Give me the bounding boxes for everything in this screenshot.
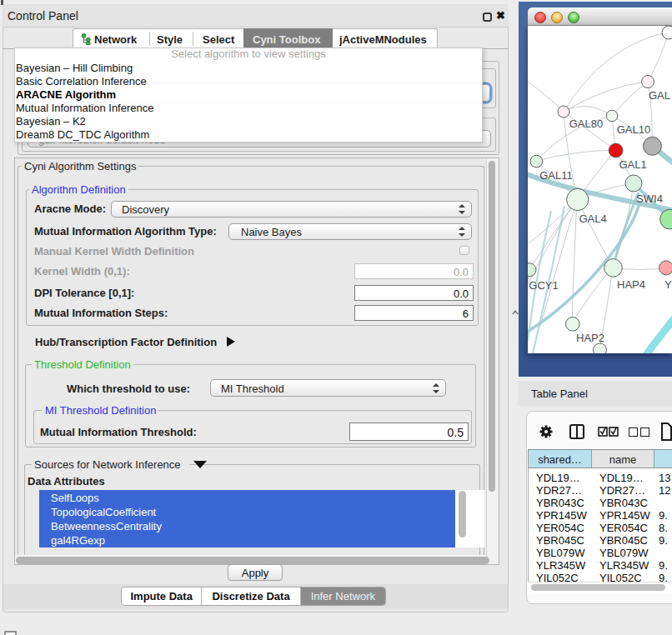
svg-text:Y: Y [664, 278, 672, 291]
svg-text:HAP2: HAP2 [576, 332, 604, 344]
svg-text:GCY1: GCY1 [529, 279, 558, 292]
svg-text:HAP4: HAP4 [617, 278, 645, 291]
svg-text:GAL1: GAL1 [619, 158, 646, 171]
svg-text:GAL4: GAL4 [579, 212, 606, 225]
svg-text:GAL10: GAL10 [617, 123, 650, 136]
svg-text:GAL: GAL [649, 89, 670, 102]
svg-text:GAL11: GAL11 [539, 169, 573, 182]
svg-text:SWI4: SWI4 [636, 192, 663, 205]
svg-text:GAL80: GAL80 [569, 118, 603, 130]
